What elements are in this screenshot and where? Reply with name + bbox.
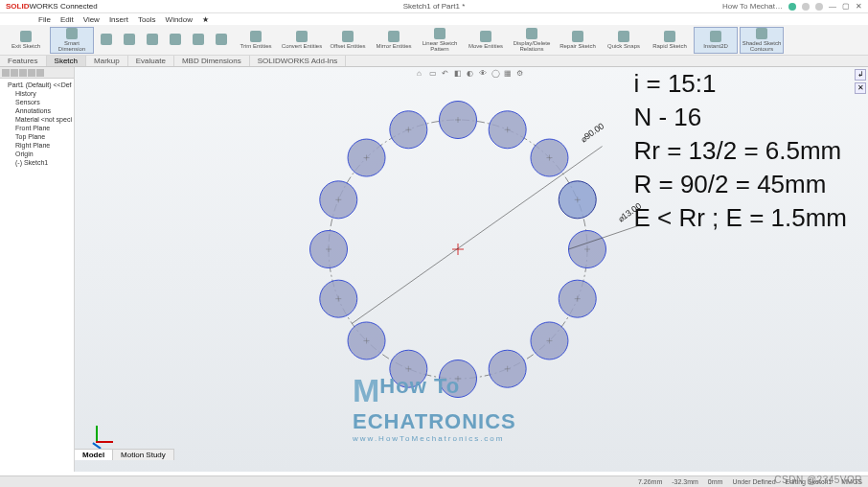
ribbon-display-delete-relations[interactable]: Display/Delete Relations (510, 27, 554, 54)
ribbon-tool[interactable] (119, 27, 140, 54)
status-z: 0mm (708, 478, 723, 485)
design-parameters-overlay: i = 15:1 N - 16 Rr = 13/2 = 6.5mm R = 90… (633, 67, 847, 235)
ribbon-quick-snaps[interactable]: Quick Snaps (602, 27, 646, 54)
tree-item[interactable]: Annotations (2, 106, 72, 115)
feature-tree-panel: Part1 (Default) <<Default>_Display Sta H… (0, 67, 75, 472)
side-icon[interactable] (36, 69, 44, 77)
side-toolbar (0, 67, 74, 79)
main-area: Part1 (Default) <<Default>_Display Sta H… (0, 67, 868, 472)
dimension-d90[interactable]: ⌀90.00 (579, 121, 605, 144)
notifications-icon[interactable] (802, 3, 810, 11)
ribbon: Exit SketchSmart DimensionTrim EntitiesC… (0, 25, 868, 56)
confirm-ok-icon[interactable]: ↲ (855, 69, 866, 81)
menu-window[interactable]: Window (166, 15, 193, 24)
menu-file[interactable]: File (38, 15, 51, 24)
ribbon-mirror-entities[interactable]: Mirror Entities (372, 27, 416, 54)
view-triad[interactable] (82, 420, 111, 449)
watermark-logo: MHow ToECHATRONICS www.HowToMechatronics… (353, 372, 516, 443)
document-title: Sketch1 of Part1 * (403, 2, 465, 11)
help-icon[interactable] (815, 3, 823, 11)
ribbon-tab-evaluate[interactable]: Evaluate (128, 56, 174, 66)
side-icon[interactable] (28, 69, 35, 77)
cloud-status-icon[interactable] (788, 3, 796, 11)
ribbon-convert-entities[interactable]: Convert Entities (280, 27, 324, 54)
status-y: -32.3mm (672, 478, 698, 485)
app-logo: SOLIDWORKS Connected (6, 2, 98, 11)
tree-item[interactable]: Top Plane (2, 132, 72, 141)
ribbon-tool[interactable] (142, 27, 163, 54)
status-bar: 7.26mm -32.3mm 0mm Under Defined Editing… (0, 475, 868, 487)
ribbon-tab-sketch[interactable]: Sketch (47, 56, 86, 66)
title-right-cluster: How To Mechat… — ▢ ✕ (722, 2, 862, 11)
ribbon-trim-entities[interactable]: Trim Entities (234, 27, 278, 54)
menu-insert[interactable]: Insert (109, 15, 128, 24)
ribbon-tab-features[interactable]: Features (0, 56, 47, 66)
maximize-icon[interactable]: ▢ (842, 2, 850, 11)
ribbon-offset-entities[interactable]: Offset Entities (326, 27, 370, 54)
menu-bar: File Edit View Insert Tools Window ★ (0, 13, 868, 25)
param-e: E < Rr ; E = 1.5mm (633, 201, 847, 235)
tree-item[interactable]: Sensors (2, 98, 72, 106)
csdn-watermark: CSDN @2345VOR (774, 475, 862, 485)
param-r: R = 90/2 = 45mm (633, 168, 847, 201)
ribbon-tab-markup[interactable]: Markup (86, 56, 128, 66)
minimize-icon[interactable]: — (829, 2, 836, 11)
tab-model[interactable]: Model (75, 450, 113, 460)
side-icon[interactable] (11, 69, 18, 77)
menu-view[interactable]: View (83, 15, 100, 24)
tree-item[interactable]: (-) Sketch1 (2, 158, 72, 167)
ribbon-shaded-sketch-contours[interactable]: Shaded Sketch Contours (740, 27, 784, 54)
ribbon-repair-sketch[interactable]: Repair Sketch (556, 27, 600, 54)
param-n: N - 16 (633, 101, 847, 134)
status-defined: Under Defined (732, 478, 775, 485)
param-rr: Rr = 13/2 = 6.5mm (633, 134, 847, 168)
tree-item[interactable]: Origin (2, 150, 72, 158)
tree-root[interactable]: Part1 (Default) <<Default>_Display Sta (2, 81, 72, 89)
side-icon[interactable] (2, 69, 10, 77)
triad-x-axis (96, 441, 113, 443)
menu-tools[interactable]: Tools (138, 15, 156, 24)
ribbon-tool[interactable] (188, 27, 209, 54)
ribbon-tab-solidworks-add-ins[interactable]: SOLIDWORKS Add-Ins (250, 56, 347, 66)
ribbon-tool[interactable] (96, 27, 117, 54)
search-label[interactable]: How To Mechat… (722, 2, 783, 11)
model-tabs: Model Motion Study (75, 449, 174, 460)
ribbon-tab-mbd-dimensions[interactable]: MBD Dimensions (174, 56, 250, 66)
tree-item[interactable]: Right Plane (2, 141, 72, 150)
tree-item[interactable]: Material <not specified> (2, 115, 72, 124)
tree-item[interactable]: Front Plane (2, 124, 72, 132)
ribbon-move-entities[interactable]: Move Entities (464, 27, 508, 54)
ribbon-tabs: FeaturesSketchMarkupEvaluateMBD Dimensio… (0, 56, 868, 67)
tree-item[interactable]: History (2, 89, 72, 98)
side-icon[interactable] (19, 69, 27, 77)
ribbon-instant2d[interactable]: Instant2D (694, 27, 738, 54)
ribbon-rapid-sketch[interactable]: Rapid Sketch (648, 27, 692, 54)
tab-motion-study[interactable]: Motion Study (113, 450, 174, 460)
confirmation-corner: ↲ ✕ (855, 69, 866, 94)
graphics-canvas[interactable]: ⌂ ▭ ↶ ◧ ◐ 👁 ◯ ▦ ⚙ ↲ ✕ ⌀90.00⌀13.00 i = 1… (75, 67, 868, 472)
ribbon-linear-sketch-pattern[interactable]: Linear Sketch Pattern (418, 27, 462, 54)
title-bar: SOLIDWORKS Connected Sketch1 of Part1 * … (0, 0, 868, 13)
feature-tree: Part1 (Default) <<Default>_Display Sta H… (0, 79, 74, 169)
menu-edit[interactable]: Edit (60, 15, 74, 24)
menu-pin-icon[interactable]: ★ (202, 15, 209, 24)
ribbon-tool[interactable] (211, 27, 232, 54)
confirm-cancel-icon[interactable]: ✕ (855, 82, 866, 94)
status-x: 7.26mm (638, 478, 662, 485)
close-icon[interactable]: ✕ (856, 2, 862, 11)
param-ratio: i = 15:1 (633, 67, 847, 101)
ribbon-tool[interactable] (165, 27, 186, 54)
ribbon-smart-dimension[interactable]: Smart Dimension (50, 27, 94, 54)
ribbon-exit-sketch[interactable]: Exit Sketch (4, 27, 48, 54)
